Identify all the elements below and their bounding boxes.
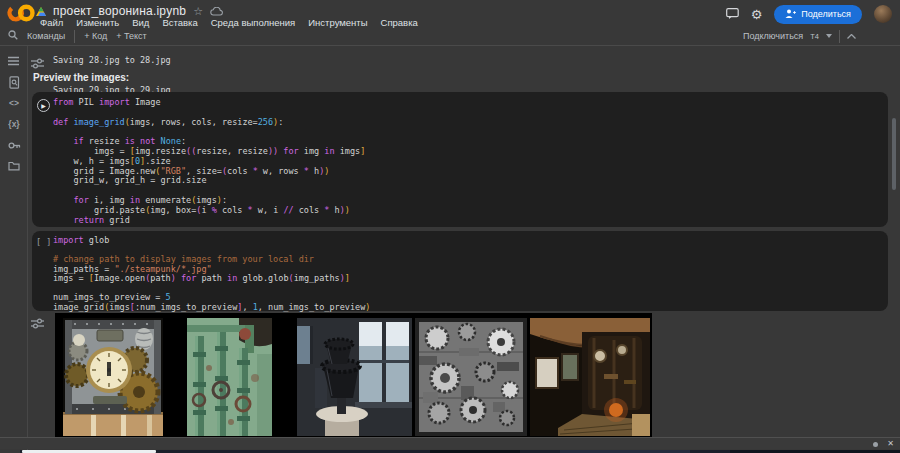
vertical-scrollbar-thumb[interactable] xyxy=(892,118,896,190)
colab-logo-icon[interactable] xyxy=(6,3,36,27)
header: проект_воронина.ipynb ☆ Файл Изменить Ви… xyxy=(0,0,900,46)
gpu-type-label: T4 xyxy=(810,32,819,41)
output-image-bevel-gears xyxy=(297,318,412,436)
settings-gear-icon[interactable]: ⚙ xyxy=(751,8,763,21)
output-options-icon[interactable] xyxy=(31,55,44,73)
output-options-icon[interactable] xyxy=(31,315,44,333)
output-image-locomotive-cab xyxy=(530,318,650,436)
person-add-icon xyxy=(785,9,796,20)
code-cell-glob-preview[interactable]: [ ] import glob # change path to display… xyxy=(32,231,888,311)
toolbar-divider xyxy=(839,30,840,43)
play-icon: ▶ xyxy=(41,103,46,109)
avatar[interactable] xyxy=(874,5,892,23)
share-button-label: Поделиться xyxy=(801,9,851,19)
code-cell-image-grid[interactable]: ▶ from PIL import Image def image_grid(i… xyxy=(32,92,888,227)
output-image-green-pipes xyxy=(187,318,272,436)
run-cell-button[interactable]: ▶ xyxy=(37,99,50,112)
notebook-title[interactable]: проект_воронина.ipynb xyxy=(53,4,186,18)
output-line: Saving 28.jpg to 28.jpg xyxy=(53,56,171,66)
files-folder-icon[interactable] xyxy=(0,157,28,175)
image-grid-output xyxy=(55,313,652,437)
variables-icon[interactable]: {x} xyxy=(0,115,28,133)
table-of-contents-icon[interactable] xyxy=(0,52,28,70)
chevron-down-icon[interactable] xyxy=(826,34,832,38)
cell-prompt[interactable]: [ ] xyxy=(36,237,51,247)
output-image-steampunk-clock xyxy=(63,318,163,436)
collapse-header-icon[interactable] xyxy=(847,31,856,41)
markdown-cell-text: Preview the images: xyxy=(33,72,129,83)
secrets-key-icon[interactable] xyxy=(0,136,28,154)
share-button[interactable]: Поделиться xyxy=(774,5,862,24)
search-icon xyxy=(8,30,18,42)
find-replace-icon[interactable] xyxy=(0,73,28,91)
star-icon[interactable]: ☆ xyxy=(193,6,203,17)
add-code-button[interactable]: + Код xyxy=(84,31,107,41)
bottom-panel-bar: ✕ xyxy=(0,437,900,449)
code-editor[interactable]: from PIL import Image def image_grid(img… xyxy=(53,98,365,225)
command-palette-button[interactable]: Команды xyxy=(27,31,65,41)
comments-icon[interactable] xyxy=(726,5,739,23)
notebook-toolbar: Команды + Код + Текст Подключиться T4 xyxy=(0,27,900,45)
toolbar-divider xyxy=(74,30,75,43)
code-snippets-icon[interactable]: <> xyxy=(0,94,28,112)
add-text-button[interactable]: + Текст xyxy=(116,31,146,41)
code-editor[interactable]: import glob # change path to display ima… xyxy=(53,236,370,312)
close-panel-icon[interactable]: ✕ xyxy=(887,439,894,449)
left-sidebar: <> {x} xyxy=(0,46,28,453)
colab-window: проект_воронина.ipynb ☆ Файл Изменить Ви… xyxy=(0,0,900,453)
terminal-dot-icon[interactable] xyxy=(873,442,878,447)
output-image-bw-gear-collage xyxy=(415,318,527,436)
connect-button[interactable]: Подключиться xyxy=(743,31,803,41)
